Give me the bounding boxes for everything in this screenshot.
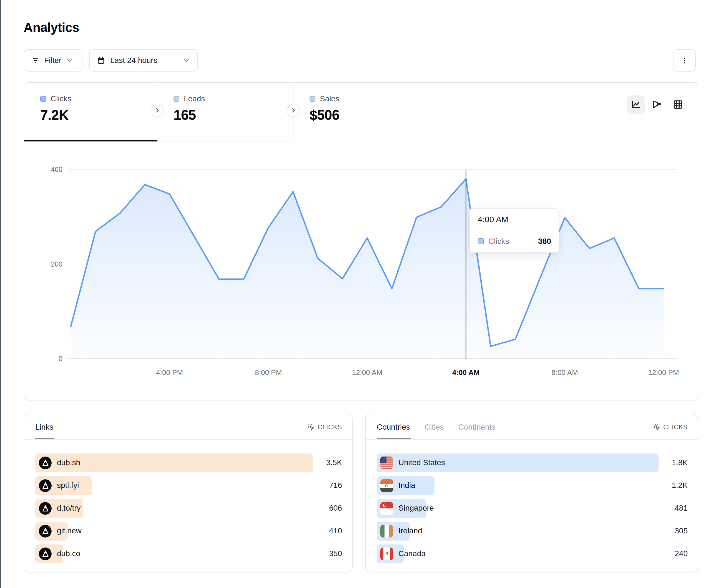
dub-logo-icon (39, 502, 52, 515)
dub-logo-icon (39, 547, 52, 560)
countries-panel: CountriesCitiesContinents CLICKS United … (365, 414, 698, 572)
sg-flag-icon (380, 502, 393, 515)
x-tick-label: 12:00 PM (636, 368, 691, 377)
area-fill (71, 179, 664, 359)
table-grid-icon (672, 99, 684, 110)
tooltip-time: 4:00 AM (470, 208, 559, 230)
cursor-click-icon (307, 423, 315, 431)
countries-tab-cities[interactable]: Cities (425, 423, 444, 432)
countries-clicks-sort-header[interactable]: CLICKS (653, 423, 688, 431)
links-tabs: Links (35, 423, 53, 432)
ie-flag-icon (380, 525, 393, 538)
link-row[interactable]: dub.sh3.5K (35, 453, 342, 472)
x-tick-label: 8:00 PM (241, 368, 296, 377)
row-clicks-value: 410 (329, 526, 342, 535)
in-flag-icon (380, 479, 393, 492)
dub-logo-icon (39, 456, 52, 469)
country-row[interactable]: Ireland305 (377, 522, 688, 541)
page-edge-accent (0, 0, 1, 588)
link-row[interactable]: dub.co350 (35, 544, 342, 563)
y-tick-label: 200 (29, 260, 62, 268)
date-range-button[interactable]: Last 24 hours (89, 49, 198, 72)
leads-value: 165 (173, 107, 293, 123)
row-label: Canada (398, 549, 426, 558)
clicks-label: Clicks (50, 94, 71, 103)
metric-expand-button[interactable] (151, 104, 164, 117)
calendar-icon (97, 56, 105, 65)
country-row[interactable]: Canada240 (377, 544, 688, 563)
x-tick-label: 4:00 AM (438, 368, 494, 377)
countries-list: United States1.8KIndia1.2KSingapore481Ir… (377, 453, 688, 563)
y-tick-label: 400 (29, 165, 62, 174)
leads-label: Leads (184, 94, 205, 103)
leads-legend-swatch (173, 96, 179, 102)
tab-sales[interactable]: Sales $506 (294, 83, 438, 141)
ca-flag-icon (380, 547, 393, 560)
row-clicks-value: 481 (675, 504, 688, 513)
clicks-value: 7.2K (40, 107, 157, 123)
kebab-menu-icon (680, 56, 689, 65)
links-tab-links[interactable]: Links (35, 423, 53, 432)
x-tick-label: 4:00 PM (142, 368, 197, 377)
us-flag-icon (380, 456, 393, 469)
metric-expand-button[interactable] (287, 104, 300, 117)
chevron-right-icon (290, 107, 297, 114)
table-view-button[interactable] (669, 95, 687, 114)
countries-tab-continents[interactable]: Continents (458, 423, 496, 432)
chevron-down-icon (183, 57, 190, 64)
link-row[interactable]: spti.fyi716 (35, 476, 342, 495)
row-label: Singapore (398, 504, 434, 513)
chevron-down-icon (66, 57, 73, 64)
link-row[interactable]: d.to/try606 (35, 499, 342, 518)
date-range-label: Last 24 hours (110, 56, 178, 65)
countries-tabs: CountriesCitiesContinents (377, 423, 496, 432)
analytics-card: Clicks 7.2K Leads 165 Sales $506 (24, 82, 698, 401)
dub-logo-icon (39, 479, 52, 492)
country-row[interactable]: India1.2K (377, 476, 688, 495)
filter-button[interactable]: Filter (24, 49, 83, 72)
tooltip-value: 380 (538, 237, 551, 246)
row-label: India (398, 481, 415, 490)
country-row[interactable]: United States1.8K (377, 453, 688, 472)
row-clicks-value: 3.5K (326, 458, 342, 467)
chart-view-switcher (627, 95, 687, 114)
x-tick-label: 8:00 AM (537, 368, 592, 377)
active-tab-indicator (24, 140, 157, 141)
tooltip-legend-swatch (478, 238, 484, 244)
links-clicks-sort-header[interactable]: CLICKS (307, 423, 342, 431)
row-clicks-value: 606 (329, 504, 342, 513)
links-metric-header-label: CLICKS (318, 424, 342, 431)
chart-tooltip: 4:00 AM Clicks 380 (470, 208, 559, 253)
row-label: spti.fyi (57, 481, 79, 490)
sales-legend-swatch (309, 96, 316, 102)
row-clicks-value: 1.8K (672, 458, 688, 467)
tab-leads[interactable]: Leads 165 (157, 83, 294, 141)
panel-divider (366, 439, 698, 440)
row-clicks-value: 240 (675, 549, 688, 558)
row-label: dub.sh (57, 458, 80, 467)
clicks-area-chart[interactable] (69, 162, 676, 359)
row-label: United States (398, 458, 445, 467)
row-label: d.to/try (57, 504, 81, 513)
funnel-view-button[interactable] (648, 95, 666, 114)
tab-clicks[interactable]: Clicks 7.2K (24, 83, 157, 141)
countries-tab-countries[interactable]: Countries (377, 423, 410, 432)
dub-logo-icon (39, 525, 52, 538)
y-tick-label: 0 (29, 355, 62, 363)
page-title: Analytics (24, 20, 79, 35)
countries-metric-header-label: CLICKS (663, 424, 688, 431)
row-label: Ireland (398, 526, 422, 535)
more-options-button[interactable] (673, 49, 696, 72)
chevron-right-icon (154, 107, 161, 114)
clicks-legend-swatch (40, 96, 46, 102)
row-label: git.new (57, 526, 82, 535)
link-row[interactable]: git.new410 (35, 522, 342, 541)
links-panel: Links CLICKS dub.sh3.5Kspti.fyi716d.to/t… (24, 414, 352, 572)
links-list: dub.sh3.5Kspti.fyi716d.to/try606git.new4… (35, 453, 342, 563)
country-row[interactable]: Singapore481 (377, 499, 688, 518)
filter-icon (31, 56, 40, 65)
row-clicks-value: 350 (329, 549, 342, 558)
sales-value: $506 (309, 107, 438, 123)
funnel-icon (651, 99, 663, 110)
line-chart-view-button[interactable] (627, 95, 645, 114)
